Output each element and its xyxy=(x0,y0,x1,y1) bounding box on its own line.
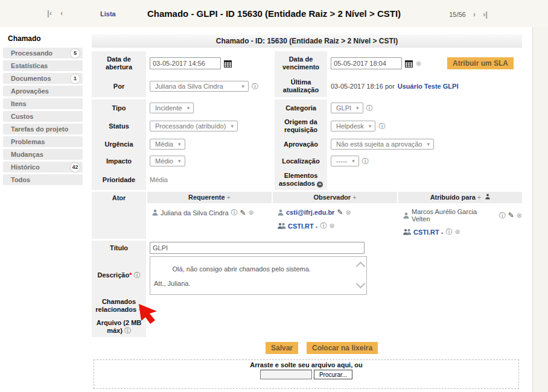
sidebar-item-tarefas-do-projeto[interactable]: Tarefas do projeto xyxy=(3,124,83,134)
edit-icon[interactable]: ✎ xyxy=(240,209,246,217)
elementos-label-text: Elementos associados xyxy=(279,172,317,187)
info-icon[interactable]: ⓘ xyxy=(252,82,258,91)
assign-me-icon[interactable] xyxy=(485,194,490,200)
atribuido-title: Atribuído para xyxy=(430,194,476,201)
edit-icon[interactable]: ✎ xyxy=(508,211,514,220)
dropzone-text: Arraste e solte seu arquivo aqui, ou xyxy=(94,361,518,368)
sidebar-item-problemas[interactable]: Problemas xyxy=(3,136,83,147)
tipo-select-value: Incidente xyxy=(155,104,182,112)
status-select[interactable]: Processando (atribuído) ▾ xyxy=(150,121,238,131)
sidebar-item-aprovacoes[interactable]: Aprovações xyxy=(3,86,83,96)
scroll-up-icon[interactable] xyxy=(356,262,366,271)
data-abertura-input[interactable] xyxy=(150,57,221,69)
label-chamados-relacionados: Chamados relacionados + xyxy=(92,295,146,317)
info-icon[interactable]: ⓘ xyxy=(320,221,327,230)
next-record-icon[interactable]: › xyxy=(473,10,476,19)
chevron-down-icon: ▾ xyxy=(187,105,190,111)
remove-icon[interactable]: ⊗ xyxy=(517,212,522,220)
assignee-name: Marcos Aurélio Garcia Velten xyxy=(412,208,497,223)
info-icon[interactable]: ⓘ xyxy=(133,271,140,279)
sidebar-item-label: Aprovações xyxy=(11,87,49,95)
observer-email-link[interactable]: csti@ifrj.edu.br xyxy=(286,209,334,216)
label-ultima-atualizacao: Última atualização xyxy=(275,75,327,97)
actor-entry: Marcos Aurélio Garcia Velten ⓘ ✎ ⊗ xyxy=(403,208,522,223)
localizacao-select[interactable]: ----- ▾ xyxy=(331,156,359,166)
add-requerente-icon[interactable]: + xyxy=(227,194,231,201)
sidebar-item-label: Mudanças xyxy=(11,151,43,158)
sidebar: Chamado Processando chamado 5 Estatístic… xyxy=(0,27,85,187)
record-counter: 15/56 xyxy=(449,11,466,18)
remove-icon[interactable]: ⊗ xyxy=(455,228,460,236)
chamados-label-text: Chamados relacionados xyxy=(95,298,136,313)
sidebar-item-estatisticas[interactable]: Estatísticas xyxy=(3,60,83,71)
impacto-select[interactable]: Médio ▾ xyxy=(150,156,185,166)
label-tipo: Tipo xyxy=(92,100,146,116)
sidebar-item-label: Custos xyxy=(11,113,33,120)
por-select[interactable]: Juliana da Silva Cindra ▾ xyxy=(150,81,249,92)
chevron-down-icon: ▾ xyxy=(356,105,359,111)
requerente-column: Requerente + Juliana da Silva Cindra ⓘ ✎… xyxy=(147,192,272,239)
actor-entry: csti@ifrj.edu.br ✎ ⊗ xyxy=(278,208,397,217)
sidebar-item-itens[interactable]: Itens xyxy=(3,98,83,109)
info-icon[interactable]: ⓘ xyxy=(378,122,385,131)
info-icon[interactable]: ⓘ xyxy=(362,157,369,166)
atribuir-sla-button[interactable]: Atribuir um SLA xyxy=(447,57,514,69)
last-update-user-link[interactable]: Usuário Teste GLPI xyxy=(398,83,459,90)
file-dropzone[interactable]: Arraste e solte seu arquivo aqui, ou Pro… xyxy=(94,359,519,389)
label-origem: Origem da requisição xyxy=(275,116,327,136)
calendar-icon[interactable] xyxy=(405,60,413,68)
info-icon[interactable]: ⓘ xyxy=(231,208,238,217)
categoria-select-value: GLPI xyxy=(336,104,351,112)
add-atribuido-icon[interactable]: + xyxy=(477,194,481,201)
label-status: Status xyxy=(92,116,146,136)
scroll-down-icon[interactable] xyxy=(356,279,366,289)
origem-select[interactable]: Helpdesk ▾ xyxy=(331,121,375,131)
top-bar: |‹ ‹ Lista Chamado - GLPI - ID 15630 (En… xyxy=(0,0,548,27)
sidebar-item-label: Tarefas do projeto xyxy=(11,125,68,133)
chevron-down-icon: ▾ xyxy=(178,158,181,164)
calendar-icon[interactable] xyxy=(224,60,232,68)
chevron-down-icon: ▾ xyxy=(352,158,355,164)
sidebar-item-custos[interactable]: Custos xyxy=(3,111,83,122)
procurar-button[interactable]: Procurar... xyxy=(314,370,352,379)
info-icon[interactable]: ⓘ xyxy=(499,211,506,220)
sidebar-item-historico[interactable]: Histórico 42 xyxy=(3,162,83,172)
por-select-value: Juliana da Silva Cindra xyxy=(155,83,223,90)
localizacao-select-value: ----- xyxy=(336,157,347,165)
salvar-button[interactable]: Salvar xyxy=(266,342,298,354)
last-record-icon[interactable]: ›| xyxy=(483,10,488,19)
add-observador-icon[interactable]: + xyxy=(352,194,356,201)
colocar-na-lixeira-button[interactable]: Colocar na lixeira xyxy=(307,342,378,354)
atribuido-column: Atribuído para + Marcos Aurélio Garcia V… xyxy=(398,192,522,239)
chevron-down-icon: ▾ xyxy=(427,141,430,147)
group-icon xyxy=(403,229,411,235)
clear-date-icon[interactable]: ⊗ xyxy=(416,60,421,68)
titulo-input[interactable] xyxy=(150,242,365,254)
assignee-group-link[interactable]: CSTI.RT - xyxy=(413,229,444,236)
edit-icon[interactable]: ✎ xyxy=(337,208,343,217)
descricao-textarea[interactable]: Olá, não consigo abrir chamados pelo sis… xyxy=(150,256,367,295)
add-related-ticket-icon[interactable]: + xyxy=(138,306,142,313)
tipo-select[interactable]: Incidente ▾ xyxy=(150,103,194,113)
info-icon[interactable]: ⓘ xyxy=(366,104,373,113)
info-icon[interactable]: ⓘ xyxy=(124,327,131,334)
data-vencimento-input[interactable] xyxy=(331,57,402,69)
label-titulo: Título xyxy=(92,241,146,255)
info-icon[interactable]: ⓘ xyxy=(446,227,453,236)
aprovacao-select[interactable]: Não está sujeita a aprovação ▾ xyxy=(331,139,434,150)
user-icon xyxy=(403,212,409,219)
remove-icon[interactable]: ⊗ xyxy=(249,209,254,217)
urgencia-select[interactable]: Média ▾ xyxy=(150,139,185,150)
form-header: Chamado - ID: 15630 (Entidade Raiz > 2 N… xyxy=(92,34,522,48)
count-badge: 5 xyxy=(70,48,80,58)
sidebar-item-mudancas[interactable]: Mudanças xyxy=(3,149,83,160)
observer-group-link[interactable]: CSTI.RT - xyxy=(288,223,318,230)
file-input[interactable] xyxy=(260,370,312,379)
remove-icon[interactable]: ⊗ xyxy=(330,222,335,230)
remove-icon[interactable]: ⊗ xyxy=(345,209,351,217)
sidebar-item-processando-chamado[interactable]: Processando chamado 5 xyxy=(3,48,83,58)
add-elements-icon[interactable]: + xyxy=(317,182,323,188)
sidebar-item-documentos[interactable]: Documentos 1 xyxy=(3,73,83,84)
sidebar-item-todos[interactable]: Todos xyxy=(3,174,83,185)
categoria-select[interactable]: GLPI ▾ xyxy=(331,103,363,113)
